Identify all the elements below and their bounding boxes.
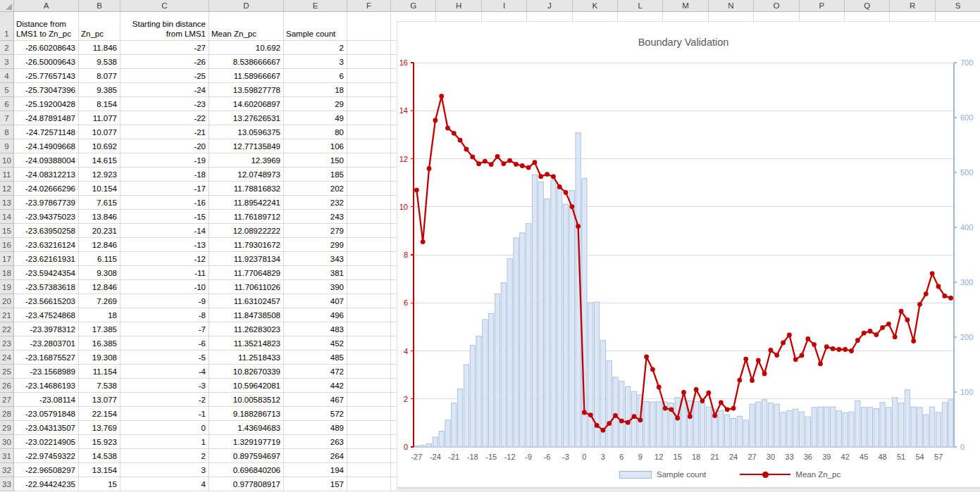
cell-E3[interactable]: 3 xyxy=(284,55,347,69)
cell-A6[interactable]: -25.19200428 xyxy=(14,97,79,111)
cell-A20[interactable]: -23.56615203 xyxy=(14,294,79,308)
cell-B5[interactable]: 9.385 xyxy=(79,83,120,97)
cell-D31[interactable]: 0.897594697 xyxy=(209,449,284,463)
cell-E26[interactable]: 442 xyxy=(284,379,347,393)
column-header-N[interactable]: N xyxy=(709,0,754,12)
cell-F21[interactable] xyxy=(347,308,391,322)
cell-C28[interactable]: -1 xyxy=(120,407,209,421)
cell-F30[interactable] xyxy=(347,435,391,449)
column-header-G[interactable]: G xyxy=(391,0,436,12)
cell-C27[interactable]: -2 xyxy=(120,393,209,407)
cell-B20[interactable]: 7.269 xyxy=(79,294,120,308)
column-header-O[interactable]: O xyxy=(754,0,799,12)
cell-D26[interactable]: 10.59642081 xyxy=(209,379,284,393)
cell-B17[interactable]: 6.115 xyxy=(79,252,120,266)
cell-F2[interactable] xyxy=(347,41,391,55)
cell-C22[interactable]: -7 xyxy=(120,322,209,336)
cell-C30[interactable]: 1 xyxy=(120,435,209,449)
cell-A28[interactable]: -23.05791848 xyxy=(14,407,79,421)
row-header-16[interactable]: 16 xyxy=(0,238,14,252)
column-header-Q[interactable]: Q xyxy=(845,0,890,12)
cell-B15[interactable]: 20.231 xyxy=(79,224,120,238)
cell-D7[interactable]: 13.27626531 xyxy=(209,111,284,125)
cell-E19[interactable]: 390 xyxy=(284,280,347,294)
cell-B31[interactable]: 14.538 xyxy=(79,449,120,463)
cell-A4[interactable]: -25.77657143 xyxy=(14,69,79,83)
row-header-28[interactable]: 28 xyxy=(0,407,14,421)
cell-F8[interactable] xyxy=(347,125,391,139)
column-header-B[interactable]: B xyxy=(79,0,120,12)
column-header-M[interactable]: M xyxy=(663,0,708,12)
cell-B1[interactable]: Zn_pc xyxy=(79,12,120,41)
cell-A3[interactable]: -26.50009643 xyxy=(14,55,79,69)
cell-E11[interactable]: 185 xyxy=(284,168,347,182)
cell-A7[interactable]: -24.87891487 xyxy=(14,111,79,125)
cell-F33[interactable] xyxy=(347,477,391,491)
cell-B13[interactable]: 7.615 xyxy=(79,196,120,210)
row-header-18[interactable]: 18 xyxy=(0,266,14,280)
cell-E27[interactable]: 467 xyxy=(284,393,347,407)
cell-C5[interactable]: -24 xyxy=(120,83,209,97)
cell-D21[interactable]: 11.84738508 xyxy=(209,308,284,322)
cell-F11[interactable] xyxy=(347,168,391,182)
cell-A22[interactable]: -23.3978312 xyxy=(14,322,79,336)
row-header-15[interactable]: 15 xyxy=(0,224,14,238)
cell-D32[interactable]: 0.696840206 xyxy=(209,463,284,477)
cell-C8[interactable]: -21 xyxy=(120,125,209,139)
cell-E6[interactable]: 29 xyxy=(284,97,347,111)
cell-E14[interactable]: 243 xyxy=(284,210,347,224)
row-header-33[interactable]: 33 xyxy=(0,477,14,491)
column-header-J[interactable]: J xyxy=(527,0,572,12)
cell-F32[interactable] xyxy=(347,463,391,477)
cell-B8[interactable]: 10.077 xyxy=(79,125,120,139)
row-header-25[interactable]: 25 xyxy=(0,365,14,379)
cell-B3[interactable]: 9.538 xyxy=(79,55,120,69)
select-all-corner[interactable] xyxy=(0,0,14,12)
cell-C1[interactable]: Starting bin distance from LMS1 xyxy=(120,12,209,41)
cell-D3[interactable]: 8.538666667 xyxy=(209,55,284,69)
column-header-P[interactable]: P xyxy=(800,0,845,12)
cell-C19[interactable]: -10 xyxy=(120,280,209,294)
cell-A5[interactable]: -25.73047396 xyxy=(14,83,79,97)
cell-B19[interactable]: 12.846 xyxy=(79,280,120,294)
cell-E18[interactable]: 381 xyxy=(284,266,347,280)
cell-A8[interactable]: -24.72571148 xyxy=(14,125,79,139)
cell-E13[interactable]: 232 xyxy=(284,196,347,210)
cell-A27[interactable]: -23.08114 xyxy=(14,393,79,407)
cell-D6[interactable]: 14.60206897 xyxy=(209,97,284,111)
row-header-13[interactable]: 13 xyxy=(0,196,14,210)
row-header-1[interactable]: 1 xyxy=(0,12,14,41)
row-header-27[interactable]: 27 xyxy=(0,393,14,407)
row-header-5[interactable]: 5 xyxy=(0,83,14,97)
column-header-D[interactable]: D xyxy=(209,0,284,12)
cell-E24[interactable]: 485 xyxy=(284,351,347,365)
cell-D14[interactable]: 11.76189712 xyxy=(209,210,284,224)
cell-A25[interactable]: -23.1568989 xyxy=(14,365,79,379)
cell-B6[interactable]: 8.154 xyxy=(79,97,120,111)
column-header-A[interactable]: A xyxy=(14,0,79,12)
row-header-17[interactable]: 17 xyxy=(0,252,14,266)
cell-A26[interactable]: -23.14686193 xyxy=(14,379,79,393)
column-header-E[interactable]: E xyxy=(284,0,347,12)
cell-F6[interactable] xyxy=(347,97,391,111)
cell-C29[interactable]: 0 xyxy=(120,421,209,435)
cell-C18[interactable]: -11 xyxy=(120,266,209,280)
cell-C10[interactable]: -19 xyxy=(120,153,209,168)
cell-A29[interactable]: -23.04313507 xyxy=(14,421,79,435)
row-header-2[interactable]: 2 xyxy=(0,41,14,55)
column-header-R[interactable]: R xyxy=(890,0,935,12)
cell-B23[interactable]: 16.385 xyxy=(79,336,120,351)
cell-E12[interactable]: 202 xyxy=(284,182,347,196)
cell-E22[interactable]: 483 xyxy=(284,322,347,336)
column-header-C[interactable]: C xyxy=(120,0,209,12)
row-header-20[interactable]: 20 xyxy=(0,294,14,308)
cell-C15[interactable]: -14 xyxy=(120,224,209,238)
cell-A13[interactable]: -23.97867739 xyxy=(14,196,79,210)
cell-F13[interactable] xyxy=(347,196,391,210)
cell-D11[interactable]: 12.0748973 xyxy=(209,168,284,182)
cell-D13[interactable]: 11.89542241 xyxy=(209,196,284,210)
cell-D2[interactable]: 10.692 xyxy=(209,41,284,55)
cell-E9[interactable]: 106 xyxy=(284,139,347,153)
cell-F17[interactable] xyxy=(347,252,391,266)
cell-B27[interactable]: 13.077 xyxy=(79,393,120,407)
